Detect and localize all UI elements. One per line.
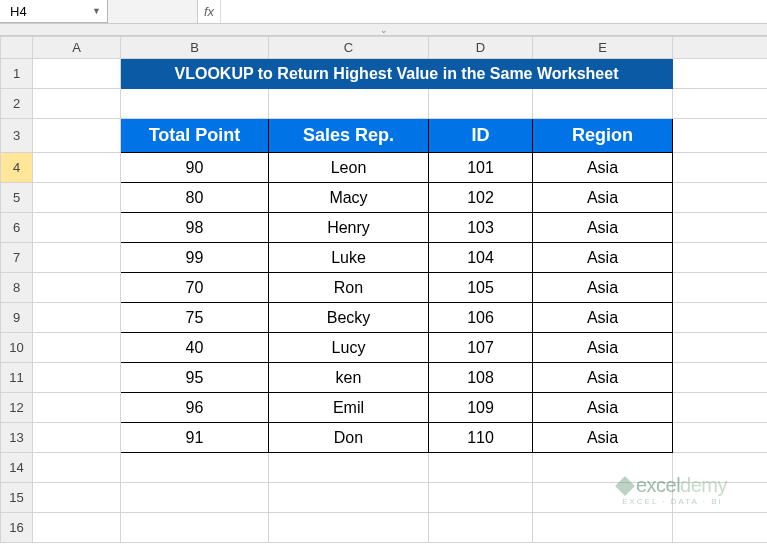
cell-id[interactable]: 109: [429, 393, 533, 423]
cell[interactable]: [673, 119, 768, 153]
row-header[interactable]: 2: [1, 89, 33, 119]
cell-id[interactable]: 105: [429, 273, 533, 303]
cell[interactable]: [429, 453, 533, 483]
cell[interactable]: [33, 243, 121, 273]
cell[interactable]: [429, 483, 533, 513]
row-header[interactable]: 9: [1, 303, 33, 333]
table-header-total-point[interactable]: Total Point: [121, 119, 269, 153]
row-header[interactable]: 8: [1, 273, 33, 303]
col-header-F[interactable]: [673, 37, 768, 59]
cell-id[interactable]: 103: [429, 213, 533, 243]
cell-sales-rep[interactable]: Henry: [269, 213, 429, 243]
cell[interactable]: [673, 243, 768, 273]
row-header[interactable]: 16: [1, 513, 33, 543]
fx-label[interactable]: fx: [198, 0, 221, 23]
name-box[interactable]: H4 ▼: [0, 0, 108, 23]
cell[interactable]: [673, 183, 768, 213]
cell-region[interactable]: Asia: [533, 183, 673, 213]
cell[interactable]: [269, 513, 429, 543]
cell[interactable]: [33, 513, 121, 543]
cell[interactable]: [121, 453, 269, 483]
cell-sales-rep[interactable]: Luke: [269, 243, 429, 273]
cell-region[interactable]: Asia: [533, 393, 673, 423]
cell-id[interactable]: 107: [429, 333, 533, 363]
cell[interactable]: [269, 483, 429, 513]
row-header[interactable]: 13: [1, 423, 33, 453]
cell[interactable]: [673, 59, 768, 89]
cell-id[interactable]: 104: [429, 243, 533, 273]
cell-total-point[interactable]: 40: [121, 333, 269, 363]
cell-id[interactable]: 102: [429, 183, 533, 213]
row-header[interactable]: 12: [1, 393, 33, 423]
cell[interactable]: [121, 513, 269, 543]
cell[interactable]: [33, 453, 121, 483]
cell-sales-rep[interactable]: Don: [269, 423, 429, 453]
cell-sales-rep[interactable]: Becky: [269, 303, 429, 333]
cell-sales-rep[interactable]: Emil: [269, 393, 429, 423]
chevron-down-icon[interactable]: ▼: [92, 6, 101, 16]
cell-total-point[interactable]: 96: [121, 393, 269, 423]
cell[interactable]: [121, 483, 269, 513]
cell-region[interactable]: Asia: [533, 363, 673, 393]
cell-total-point[interactable]: 91: [121, 423, 269, 453]
row-header[interactable]: 4: [1, 153, 33, 183]
cell[interactable]: [121, 89, 269, 119]
table-header-id[interactable]: ID: [429, 119, 533, 153]
cell-region[interactable]: Asia: [533, 303, 673, 333]
cell[interactable]: [33, 213, 121, 243]
cell[interactable]: [673, 273, 768, 303]
cell[interactable]: [673, 513, 768, 543]
cell-sales-rep[interactable]: ken: [269, 363, 429, 393]
cell-region[interactable]: Asia: [533, 273, 673, 303]
cell[interactable]: [673, 153, 768, 183]
table-header-region[interactable]: Region: [533, 119, 673, 153]
cell-region[interactable]: Asia: [533, 333, 673, 363]
cell[interactable]: [673, 333, 768, 363]
cell-total-point[interactable]: 99: [121, 243, 269, 273]
cell[interactable]: [33, 303, 121, 333]
cell[interactable]: [33, 183, 121, 213]
cell-total-point[interactable]: 95: [121, 363, 269, 393]
cell[interactable]: [33, 119, 121, 153]
row-header[interactable]: 14: [1, 453, 33, 483]
cell[interactable]: [673, 213, 768, 243]
cell[interactable]: [533, 513, 673, 543]
cell-sales-rep[interactable]: Lucy: [269, 333, 429, 363]
row-header[interactable]: 11: [1, 363, 33, 393]
cell-sales-rep[interactable]: Macy: [269, 183, 429, 213]
cell-region[interactable]: Asia: [533, 153, 673, 183]
row-header[interactable]: 1: [1, 59, 33, 89]
row-header[interactable]: 5: [1, 183, 33, 213]
cell[interactable]: [673, 89, 768, 119]
cell[interactable]: [429, 513, 533, 543]
row-header[interactable]: 6: [1, 213, 33, 243]
formula-input[interactable]: [221, 0, 767, 23]
cell[interactable]: [673, 393, 768, 423]
cell[interactable]: [673, 423, 768, 453]
title-cell[interactable]: VLOOKUP to Return Highest Value in the S…: [121, 59, 673, 89]
row-header[interactable]: 7: [1, 243, 33, 273]
cell-total-point[interactable]: 75: [121, 303, 269, 333]
table-header-sales-rep[interactable]: Sales Rep.: [269, 119, 429, 153]
row-header[interactable]: 15: [1, 483, 33, 513]
cell[interactable]: [269, 89, 429, 119]
col-header-A[interactable]: A: [33, 37, 121, 59]
cell[interactable]: [33, 423, 121, 453]
cell-sales-rep[interactable]: Leon: [269, 153, 429, 183]
cell-id[interactable]: 110: [429, 423, 533, 453]
col-header-E[interactable]: E: [533, 37, 673, 59]
cell-id[interactable]: 101: [429, 153, 533, 183]
cell[interactable]: [33, 393, 121, 423]
cell[interactable]: [33, 59, 121, 89]
cell-region[interactable]: Asia: [533, 423, 673, 453]
cell-total-point[interactable]: 90: [121, 153, 269, 183]
col-header-B[interactable]: B: [121, 37, 269, 59]
cell[interactable]: [673, 363, 768, 393]
cell-total-point[interactable]: 80: [121, 183, 269, 213]
cell[interactable]: [33, 363, 121, 393]
cell[interactable]: [673, 303, 768, 333]
cell-sales-rep[interactable]: Ron: [269, 273, 429, 303]
cell-id[interactable]: 108: [429, 363, 533, 393]
cell[interactable]: [33, 89, 121, 119]
col-header-C[interactable]: C: [269, 37, 429, 59]
